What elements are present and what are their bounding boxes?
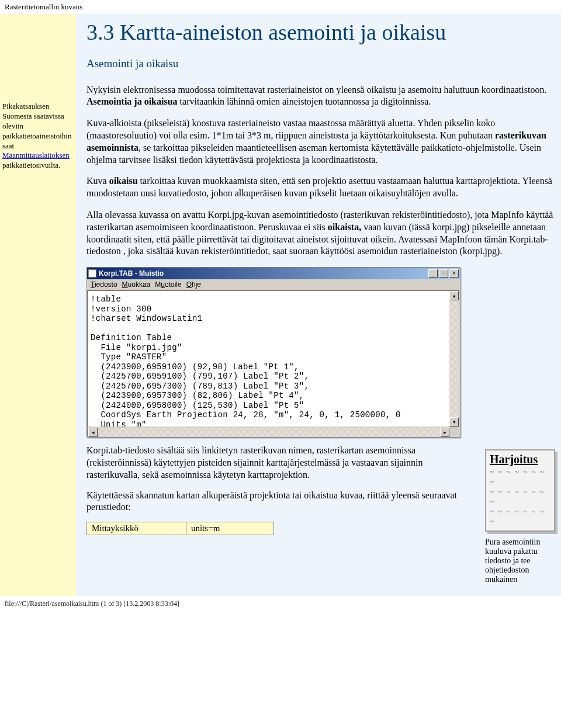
sidebar-outro: paikkatietosivuilta. [2, 161, 60, 169]
p2-text-c: , se tarkoittaa pikseleiden maantieteell… [86, 143, 541, 165]
scroll-right-icon[interactable]: ▸ [440, 428, 449, 437]
paragraph-1: Nykyisin elektronisessa muodossa toimite… [86, 84, 555, 109]
harjoitus-text: Pura asemointiin kuuluva pakattu tiedost… [485, 538, 555, 584]
scroll-track[interactable] [449, 300, 459, 417]
bottom-left-column: Korpi.tab-tiedosto sisältää siis linkite… [86, 445, 477, 535]
p2-text-a: Kuva-alkioista (pikseleistä) koostuva ra… [86, 118, 495, 140]
tildes-decoration: ~ ~ ~ ~ ~ ~ ~ ~ ~ ~ ~ ~ ~ ~ ~ ~ ~ ~ ~ ~ … [490, 467, 553, 526]
maximize-button[interactable]: □ [439, 269, 448, 278]
close-button[interactable]: × [449, 269, 459, 278]
menu-file[interactable]: Tiedosto [91, 280, 117, 289]
scroll-corner [449, 428, 459, 436]
notepad-body: !table !version 300 !charset WindowsLati… [87, 290, 460, 428]
paragraph-4: Alla olevassa kuvassa on avattu Korpi.jp… [86, 209, 555, 258]
sidebar-link[interactable]: Maanmittauslaitoksen [2, 151, 70, 160]
paragraph-5: Korpi.tab-tiedosto sisältää siis linkite… [86, 445, 477, 481]
notepad-icon [88, 269, 96, 278]
p1-text-a: Nykyisin elektronisessa muodossa toimite… [86, 85, 546, 95]
harjoitus-title: Harjoitus [490, 453, 553, 466]
sidebar: Pikakatsauksen Suomesta saatavissa olevi… [0, 14, 76, 596]
horizontal-scrollbar[interactable]: ◂ ▸ [87, 428, 460, 437]
page-title: 3.3 Kartta-aineiston asemointi ja oikais… [86, 20, 555, 46]
main-content: 3.3 Kartta-aineiston asemointi ja oikais… [76, 14, 561, 596]
p3-bold: oikaisu [109, 176, 138, 186]
harjoitus-aside: Harjoitus ~ ~ ~ ~ ~ ~ ~ ~ ~ ~ ~ ~ ~ ~ ~ … [485, 449, 555, 584]
scroll-up-icon[interactable]: ▴ [449, 291, 459, 300]
scroll-down-icon[interactable]: ▾ [449, 417, 459, 427]
notepad-menubar: Tiedosto Muokkaa Muotoile Ohje [87, 279, 460, 290]
notepad-text-content[interactable]: !table !version 300 !charset WindowsLati… [88, 291, 449, 427]
content-layout: Pikakatsauksen Suomesta saatavissa olevi… [0, 14, 561, 596]
page-header: Rasteritietomallin kuvaus [0, 0, 561, 14]
notepad-screenshot: Korpi.TAB - Muistio _ □ × Tiedosto Muokk… [86, 267, 555, 438]
table-row: Mittayksikkö units=m [87, 522, 274, 535]
p4-bold: oikaista, [328, 222, 361, 232]
menu-format[interactable]: Muotoile [155, 280, 181, 289]
table-cell-label: Mittayksikkö [87, 522, 186, 535]
page-subtitle: Asemointi ja oikaisu [86, 57, 555, 70]
p3-text-c: tarkoittaa kuvan muokkaamista siten, ett… [86, 176, 552, 198]
notepad-window: Korpi.TAB - Muistio _ □ × Tiedosto Muokk… [86, 267, 460, 438]
sidebar-intro: Pikakatsauksen Suomesta saatavissa olevi… [2, 102, 71, 150]
hscroll-track[interactable] [98, 428, 440, 436]
notepad-title-text: Korpi.TAB - Muistio [99, 269, 428, 278]
minimize-button[interactable]: _ [428, 269, 438, 278]
paragraph-6: Käytettäessä skannatun kartan alkuperäis… [86, 490, 477, 514]
tilde-row: ~ ~ ~ ~ ~ ~ ~ ~ [490, 467, 545, 486]
p3-text-a: Kuva [86, 176, 109, 186]
units-table: Mittayksikkö units=m [86, 522, 274, 535]
p1-bold: Asemointia ja oikaisua [86, 96, 178, 106]
p1-text-c: tarvitaankin lähinnä omien aineistojen t… [178, 96, 431, 106]
notepad-titlebar: Korpi.TAB - Muistio _ □ × [87, 268, 460, 279]
bottom-row: Korpi.tab-tiedosto sisältää siis linkite… [86, 445, 555, 584]
paragraph-3: Kuva oikaisu tarkoittaa kuvan muokkaamis… [86, 175, 555, 200]
paragraph-2: Kuva-alkioista (pikseleistä) koostuva ra… [86, 117, 555, 166]
tilde-row: ~ ~ ~ ~ ~ ~ ~ ~ [490, 507, 545, 526]
footer-path: file:///C|/Rasteri/asemoikaisu.htm (1 of… [0, 596, 561, 612]
menu-help[interactable]: Ohje [186, 280, 201, 289]
harjoitus-badge: Harjoitus ~ ~ ~ ~ ~ ~ ~ ~ ~ ~ ~ ~ ~ ~ ~ … [485, 449, 555, 531]
tilde-row: ~ ~ ~ ~ ~ ~ ~ ~ [490, 487, 545, 506]
window-controls: _ □ × [428, 269, 459, 278]
scroll-left-icon[interactable]: ◂ [88, 428, 98, 437]
table-cell-value: units=m [186, 522, 274, 535]
vertical-scrollbar[interactable]: ▴ ▾ [449, 291, 459, 427]
menu-edit[interactable]: Muokkaa [122, 280, 151, 289]
